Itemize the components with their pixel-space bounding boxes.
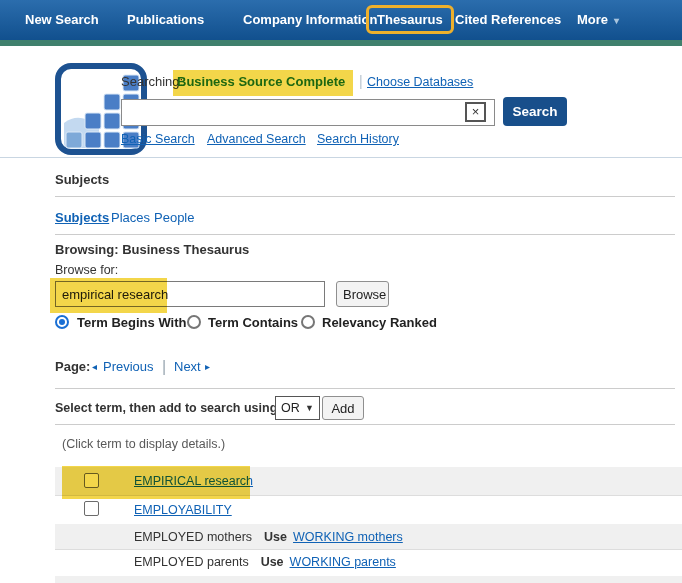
operator-value: OR xyxy=(281,401,300,415)
click-term-hint: (Click term to display details.) xyxy=(62,437,225,451)
green-accent-strip xyxy=(0,40,682,46)
search-button[interactable]: Search xyxy=(503,97,567,126)
divider xyxy=(55,424,675,425)
next-arrow-icon: ▸ xyxy=(205,361,210,372)
browse-term-input[interactable] xyxy=(55,281,325,307)
add-button[interactable]: Add xyxy=(322,396,364,420)
radio-label-term-begins-with: Term Begins With xyxy=(77,315,186,330)
search-history-link[interactable]: Search History xyxy=(317,132,399,146)
browse-button[interactable]: Browse xyxy=(336,281,389,307)
term-label: EMPLOYED mothers xyxy=(134,530,252,544)
advanced-search-link[interactable]: Advanced Search xyxy=(207,132,306,146)
nav-cited-references[interactable]: Cited References xyxy=(455,12,561,27)
radio-label-term-contains: Term Contains xyxy=(208,315,298,330)
nav-company-information[interactable]: Company Information xyxy=(243,12,377,27)
nav-new-search[interactable]: New Search xyxy=(25,12,99,27)
nav-thesaurus[interactable]: Thesaurus xyxy=(366,5,454,34)
top-navbar: New Search Publications Company Informat… xyxy=(0,0,682,40)
search-input[interactable] xyxy=(121,99,495,126)
divider xyxy=(55,196,675,197)
term-label: EMPLOYED parents xyxy=(134,555,249,569)
separator: | xyxy=(162,358,166,376)
divider xyxy=(55,388,675,389)
term-link-employability[interactable]: EMPLOYABILITY xyxy=(134,503,232,517)
chevron-down-icon: ▾ xyxy=(614,15,619,26)
basic-search-link[interactable]: Basic Search xyxy=(121,132,195,146)
choose-databases-link[interactable]: Choose Databases xyxy=(367,75,473,89)
term-link-empirical-research[interactable]: EMPIRICAL research xyxy=(134,474,253,488)
divider xyxy=(55,234,675,235)
current-database: Business Source Complete xyxy=(177,74,345,89)
term-row: EMPLOYED mothersUseWORKING mothers xyxy=(55,524,682,550)
term-checkbox-empirical-research[interactable] xyxy=(84,473,99,488)
use-target-link-working-mothers[interactable]: WORKING mothers xyxy=(293,530,403,544)
searching-label: Searching: xyxy=(121,74,183,89)
select-term-label: Select term, then add to search using: xyxy=(55,401,281,415)
term-row: EMPLOYED parentsUseWORKING parents xyxy=(55,551,682,575)
browsing-label: Browsing: Business Thesaurus xyxy=(55,242,249,257)
term-checkbox-employability[interactable] xyxy=(84,501,99,516)
radio-term-begins-with[interactable] xyxy=(55,315,69,329)
ebsco-thesaurus-page: New Search Publications Company Informat… xyxy=(0,0,682,583)
clear-search-icon[interactable]: × xyxy=(465,102,486,122)
operator-select[interactable]: OR ▼ xyxy=(275,396,320,420)
header-divider xyxy=(0,157,682,158)
radio-relevancy-ranked[interactable] xyxy=(301,315,315,329)
use-target-link-working-parents[interactable]: WORKING parents xyxy=(290,555,396,569)
term-row: EMPIRICAL research xyxy=(55,467,682,496)
chevron-down-icon: ▼ xyxy=(305,403,314,413)
radio-term-contains[interactable] xyxy=(187,315,201,329)
browse-for-label: Browse for: xyxy=(55,263,118,277)
previous-arrow-icon: ◂ xyxy=(92,361,97,372)
tab-subjects[interactable]: Subjects xyxy=(55,210,109,225)
radio-label-relevancy-ranked: Relevancy Ranked xyxy=(322,315,437,330)
tab-people[interactable]: People xyxy=(154,210,194,225)
page-label: Page: xyxy=(55,359,90,374)
page-title: Subjects xyxy=(55,172,109,187)
nav-more[interactable]: More▾ xyxy=(577,12,619,27)
next-page-link[interactable]: Next xyxy=(174,359,201,374)
nav-publications[interactable]: Publications xyxy=(127,12,204,27)
use-label: Use xyxy=(264,530,287,544)
previous-page-link[interactable]: Previous xyxy=(103,359,154,374)
term-row: EMPLOYABILITY xyxy=(55,497,682,524)
term-row-partial xyxy=(55,576,682,583)
tab-places[interactable]: Places xyxy=(111,210,150,225)
use-label: Use xyxy=(261,555,284,569)
separator: | xyxy=(359,73,363,89)
